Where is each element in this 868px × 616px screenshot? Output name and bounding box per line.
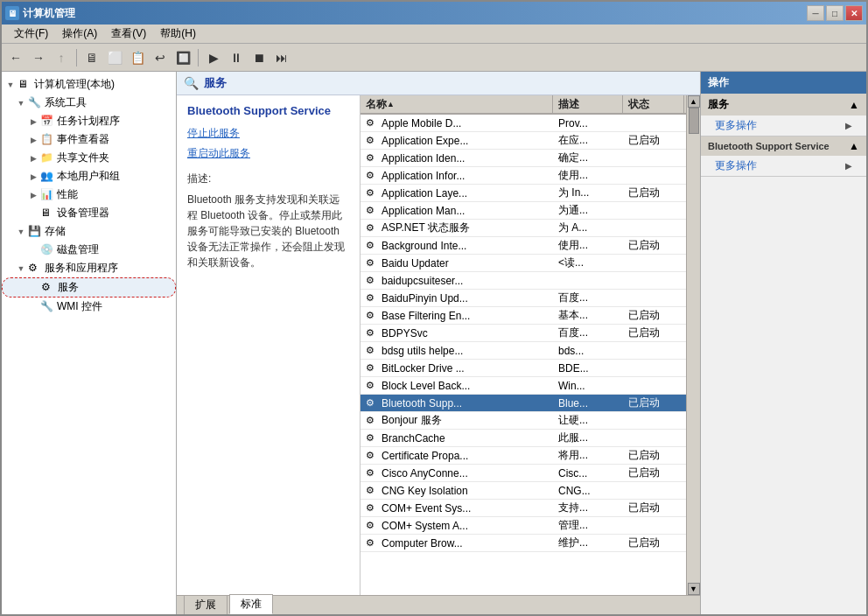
tree-wmi[interactable]: 🔧 WMI 控件 bbox=[2, 298, 176, 316]
refresh-button[interactable]: ↩ bbox=[150, 47, 171, 68]
scroll-thumb[interactable] bbox=[689, 108, 699, 134]
tree-services-apps[interactable]: ▼ ⚙ 服务和应用程序 bbox=[2, 259, 176, 277]
list-row[interactable]: ⚙BranchCache此服...手动网络服务 bbox=[360, 430, 686, 447]
list-row[interactable]: ⚙Bluetooth Supp...Blue...已启动手动本地服务 bbox=[360, 395, 686, 412]
start-service-button[interactable]: ▶ bbox=[203, 47, 224, 68]
service-status-cell bbox=[623, 202, 684, 219]
tab-expand[interactable]: 扩展 bbox=[184, 595, 228, 614]
props-button[interactable]: 🔲 bbox=[172, 47, 193, 68]
list-row[interactable]: ⚙bdsg utils helpe...bds...手动本地系统 bbox=[360, 342, 686, 360]
tree-device-manager[interactable]: 🖥 设备管理器 bbox=[2, 204, 176, 222]
list-scrollbar[interactable]: ▲ ▼ bbox=[686, 95, 700, 595]
back-button[interactable]: ← bbox=[5, 47, 26, 68]
actions-services-more[interactable]: 更多操作 ▶ bbox=[701, 116, 866, 136]
tree-icon-devmgr: 🖥 bbox=[40, 206, 54, 220]
col-header-desc[interactable]: 描述 bbox=[553, 95, 623, 113]
actions-section-services-title[interactable]: 服务 ▲ bbox=[701, 94, 866, 116]
copy-button[interactable]: 📋 bbox=[127, 47, 148, 68]
view-button[interactable]: ⬜ bbox=[104, 47, 125, 68]
list-row[interactable]: ⚙Cisco AnyConne...Cisc...已启动自动本地系统 bbox=[360, 465, 686, 482]
pause-service-button[interactable]: ⏸ bbox=[226, 47, 247, 68]
list-row[interactable]: ⚙Application Laye...为 In...已启动禁用本地服务 bbox=[360, 185, 686, 202]
service-icon: ⚙ bbox=[366, 327, 378, 340]
tree-system-tools[interactable]: ▼ 🔧 系统工具 bbox=[2, 94, 176, 112]
tree-shared-folders[interactable]: ▶ 📁 共享文件夹 bbox=[2, 149, 176, 167]
services-header-title: 服务 bbox=[204, 75, 227, 91]
service-name-cell: ⚙COM+ Event Sys... bbox=[360, 500, 553, 516]
tab-standard[interactable]: 标准 bbox=[229, 594, 273, 614]
tree-performance[interactable]: ▶ 📊 性能 bbox=[2, 186, 176, 204]
list-row[interactable]: ⚙Block Level Back...Win...手动本地系统 bbox=[360, 377, 686, 395]
menu-help[interactable]: 帮助(H) bbox=[153, 24, 203, 43]
menu-action[interactable]: 操作(A) bbox=[55, 24, 104, 43]
list-row[interactable]: ⚙Base Filtering En...基本...已启动自动本地服务 bbox=[360, 307, 686, 325]
service-desc-cell: 在应... bbox=[553, 132, 623, 149]
maximize-button[interactable]: □ bbox=[826, 5, 844, 21]
list-row[interactable]: ⚙Background Inte...使用...已启动自动(延迟...本地系统 bbox=[360, 237, 686, 255]
list-row[interactable]: ⚙baidupcsuiteser...手动本地系统 bbox=[360, 272, 686, 290]
tree-event-viewer[interactable]: ▶ 📋 事件查看器 bbox=[2, 130, 176, 149]
menu-view[interactable]: 查看(V) bbox=[104, 24, 153, 43]
list-row[interactable]: ⚙Application Man...为通...手动本地系统 bbox=[360, 202, 686, 220]
list-row[interactable]: ⚙Certificate Propa...将用...已启动手动本地系统 bbox=[360, 447, 686, 465]
scroll-track[interactable] bbox=[688, 108, 700, 583]
service-name-cell: ⚙Application Laye... bbox=[360, 185, 553, 201]
list-row[interactable]: ⚙Computer Brow...维护...已启动手动本地系统 bbox=[360, 535, 686, 552]
tree-root[interactable]: ▼ 🖥 计算机管理(本地) bbox=[2, 75, 176, 94]
list-row[interactable]: ⚙Bonjour 服务让硬...手动本地系统 bbox=[360, 412, 686, 430]
service-icon: ⚙ bbox=[366, 205, 378, 217]
list-row[interactable]: ⚙Application Iden...确定...手动本地系统 bbox=[360, 150, 686, 167]
tree-task-scheduler[interactable]: ▶ 📅 任务计划程序 bbox=[2, 112, 176, 130]
service-name-cell: ⚙Certificate Propa... bbox=[360, 447, 553, 464]
tree-label-wmi: WMI 控件 bbox=[57, 299, 102, 314]
up-button[interactable]: ↑ bbox=[51, 47, 72, 68]
service-name-text: Application Man... bbox=[382, 205, 465, 217]
list-row[interactable]: ⚙Application Expe...在应...已启动手动本地系统 bbox=[360, 132, 686, 150]
show-hide-button[interactable]: 🖥 bbox=[81, 47, 102, 68]
window-controls: ─ □ ✕ bbox=[807, 5, 863, 21]
scroll-up[interactable]: ▲ bbox=[688, 95, 700, 108]
tree-disk-management[interactable]: 💿 磁盘管理 bbox=[2, 241, 176, 259]
col-header-status[interactable]: 状态 bbox=[623, 95, 684, 113]
list-row[interactable]: ⚙ASP.NET 状态服务为 A...禁用网络服务 bbox=[360, 220, 686, 237]
col-header-name[interactable]: 名称 bbox=[360, 95, 553, 113]
service-name-text: Bonjour 服务 bbox=[382, 413, 442, 428]
list-row[interactable]: ⚙COM+ System A...管理...手动本地系统 bbox=[360, 517, 686, 535]
scroll-down[interactable]: ▼ bbox=[688, 583, 700, 595]
tree-icon-svcs: ⚙ bbox=[41, 281, 55, 295]
service-status-cell bbox=[623, 517, 684, 534]
tree-label-storage: 存储 bbox=[45, 224, 66, 239]
forward-button[interactable]: → bbox=[28, 47, 49, 68]
service-status-cell: 已启动 bbox=[623, 500, 684, 516]
actions-bluetooth-label: Bluetooth Support Service bbox=[708, 141, 830, 151]
list-row[interactable]: ⚙CNG Key IsolationCNG...手动本地系统 bbox=[360, 482, 686, 500]
tree-services[interactable]: ⚙ 服务 bbox=[2, 277, 176, 298]
service-name-text: Apple Mobile D... bbox=[382, 117, 461, 130]
service-name-text: COM+ Event Sys... bbox=[382, 502, 471, 514]
close-button[interactable]: ✕ bbox=[845, 5, 863, 21]
tree-local-users[interactable]: ▶ 👥 本地用户和组 bbox=[2, 167, 176, 186]
list-row[interactable]: ⚙COM+ Event Sys...支持...已启动自动本地服务 bbox=[360, 500, 686, 517]
minimize-button[interactable]: ─ bbox=[807, 5, 824, 21]
list-row[interactable]: ⚙Application Infor...使用...手动本地系统 bbox=[360, 167, 686, 185]
restart-service-button[interactable]: ⏭ bbox=[271, 47, 292, 68]
stop-service-link[interactable]: 停止此服务 bbox=[187, 127, 240, 139]
service-name-cell: ⚙BDPYSvc bbox=[360, 325, 553, 341]
stop-service-button[interactable]: ⏹ bbox=[248, 47, 270, 68]
list-row[interactable]: ⚙BDPYSvc百度...已启动自动本地系统 bbox=[360, 325, 686, 342]
list-row[interactable]: ⚙Apple Mobile D...Prov...手动本地系统 bbox=[360, 115, 686, 132]
service-name-text: BaiduPinyin Upd... bbox=[382, 292, 468, 304]
service-name-text: Bluetooth Supp... bbox=[382, 397, 462, 410]
tree-icon-perf: 📊 bbox=[40, 188, 54, 202]
actions-bluetooth-more[interactable]: 更多操作 ▶ bbox=[701, 156, 866, 176]
expand-icon-systools: ▼ bbox=[16, 98, 26, 108]
list-row[interactable]: ⚙BitLocker Drive ...BDE...手动本地系统 bbox=[360, 360, 686, 377]
list-row[interactable]: ⚙BaiduPinyin Upd...百度...手动本地系统 bbox=[360, 290, 686, 307]
service-status-cell: 已启动 bbox=[623, 325, 684, 341]
tree-storage[interactable]: ▼ 💾 存储 bbox=[2, 222, 176, 241]
service-status-cell: 已启动 bbox=[623, 132, 684, 149]
list-row[interactable]: ⚙Baidu Updater<读...手动本地系统 bbox=[360, 255, 686, 272]
menu-file[interactable]: 文件(F) bbox=[7, 24, 55, 43]
actions-services-more-label: 更多操作 bbox=[715, 118, 757, 133]
restart-service-link[interactable]: 重启动此服务 bbox=[187, 147, 250, 159]
